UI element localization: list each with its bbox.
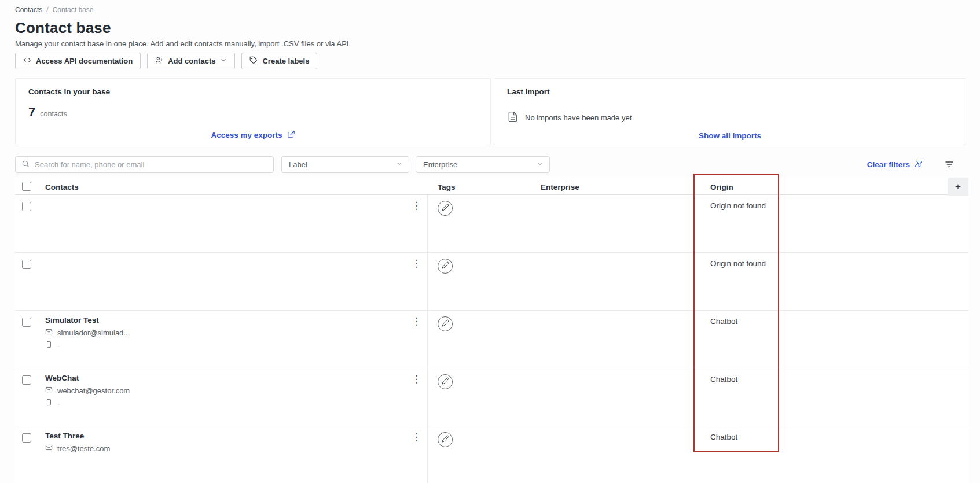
origin-cell: Chatbot [693,311,948,368]
last-import-title: Last import [507,87,953,96]
filter-bar: Label Enterprise Clear filters [15,156,965,173]
row-menu-button[interactable]: ⋮ [410,373,423,385]
tags-column-header: Tags [428,183,533,191]
export-icon [287,130,295,140]
enterprise-select-value: Enterprise [423,160,457,169]
breadcrumb-current: Contact base [53,6,94,14]
add-contacts-label: Add contacts [168,57,215,65]
enterprise-cell [533,426,693,483]
breadcrumb: Contacts / Contact base [15,6,980,14]
table-row: Simulator Test simulador@simulad... - ⋮ … [15,311,968,368]
contacts-cell: Test Three tres@teste.com ⋮ [42,426,428,483]
enterprise-cell [533,195,693,252]
no-imports-row: No imports have been made yet [507,111,953,124]
contacts-card-title: Contacts in your base [28,87,478,96]
clear-filters-label: Clear filters [867,160,910,169]
access-exports-link[interactable]: Access my exports [211,130,295,140]
origin-cell: Origin not found [693,195,948,252]
contact-name: Simulator Test [45,316,413,325]
select-all-checkbox[interactable] [22,182,31,191]
page-subtitle: Manage your contact base in one place. A… [15,39,980,48]
create-labels-button[interactable]: Create labels [241,53,317,69]
origin-cell: Chatbot [693,426,948,483]
contacts-count-unit: contacts [40,110,67,118]
add-contacts-button[interactable]: Add contacts [147,53,235,69]
row-menu-button[interactable]: ⋮ [410,257,423,270]
breadcrumb-contacts[interactable]: Contacts [15,6,42,14]
search-input[interactable] [35,160,267,169]
contacts-column-header: Contacts [42,183,428,191]
table-row: ⋮ Origin not found [15,195,968,253]
enterprise-cell [533,253,693,310]
chevron-down-icon [396,160,403,169]
toolbar: Access API documentation Add contacts Cr… [15,53,980,69]
enterprise-select[interactable]: Enterprise [416,156,550,173]
contacts-count-row: 7 contacts [28,105,478,120]
access-api-docs-label: Access API documentation [36,57,133,65]
add-column-button[interactable]: + [948,178,968,196]
edit-tags-button[interactable] [438,316,453,331]
document-icon [507,111,519,124]
table-row: WebChat webchat@gestor.com - ⋮ Chatbot [15,368,968,426]
row-menu-button[interactable]: ⋮ [410,315,423,327]
page-title: Contact base [15,19,980,36]
contact-phone: - [57,341,60,350]
row-checkbox[interactable] [22,260,31,269]
row-menu-button[interactable]: ⋮ [410,431,423,443]
person-add-icon [155,56,163,66]
pencil-icon [442,319,449,329]
origin-column-header: Origin [693,183,948,191]
clear-filters-button[interactable]: Clear filters [867,160,923,170]
origin-cell: Origin not found [693,253,948,310]
enterprise-cell [533,368,693,426]
no-imports-message: No imports have been made yet [525,113,632,122]
label-select[interactable]: Label [281,156,409,173]
edit-tags-button[interactable] [438,259,453,274]
filter-icon [944,163,955,171]
search-icon [21,160,30,170]
table-row: Test Three tres@teste.com ⋮ Chatbot [15,426,968,483]
contact-name: Test Three [45,432,413,440]
contacts-count: 7 [28,105,35,120]
label-select-value: Label [289,160,307,169]
filter-icon-button[interactable] [944,159,955,171]
search-input-wrapper [15,156,274,173]
pencil-icon [442,377,449,386]
contact-email: webchat@gestor.com [57,386,130,395]
contacts-cell: ⋮ [42,253,428,310]
row-checkbox[interactable] [22,375,31,385]
row-checkbox[interactable] [22,318,31,327]
api-icon [23,56,31,66]
phone-icon [45,399,53,408]
contacts-cell: ⋮ [42,195,428,252]
tag-icon [249,56,258,66]
row-menu-button[interactable]: ⋮ [410,200,423,212]
pencil-icon [442,261,449,271]
email-icon [45,328,53,337]
select-all-cell [15,182,42,193]
enterprise-column-header: Enterprise [533,183,693,191]
pencil-icon [442,204,449,213]
row-checkbox[interactable] [22,202,31,211]
contacts-count-card: Contacts in your base 7 contacts Access … [15,78,491,145]
clear-filter-icon [914,160,923,170]
contacts-cell: Simulator Test simulador@simulad... - ⋮ [42,311,428,368]
enterprise-cell [533,311,693,368]
chevron-down-icon [537,160,544,169]
edit-tags-button[interactable] [438,374,453,389]
access-api-docs-button[interactable]: Access API documentation [15,53,141,69]
contact-email: simulador@simulad... [57,329,130,337]
edit-tags-button[interactable] [438,201,453,216]
phone-icon [45,341,53,350]
breadcrumb-separator: / [46,6,48,14]
contact-base-page: Contacts / Contact base Contact base Man… [0,0,980,483]
show-all-imports-label: Show all imports [699,131,761,140]
origin-cell: Chatbot [693,368,948,426]
contacts-cell: WebChat webchat@gestor.com - ⋮ [42,368,428,426]
row-checkbox[interactable] [22,433,31,443]
contacts-table: Contacts Tags Enterprise Origin + ⋮ Orig… [15,178,968,483]
show-all-imports-link[interactable]: Show all imports [699,131,761,140]
chevron-down-icon [220,57,227,65]
summary-cards: Contacts in your base 7 contacts Access … [15,78,980,145]
edit-tags-button[interactable] [438,432,453,447]
